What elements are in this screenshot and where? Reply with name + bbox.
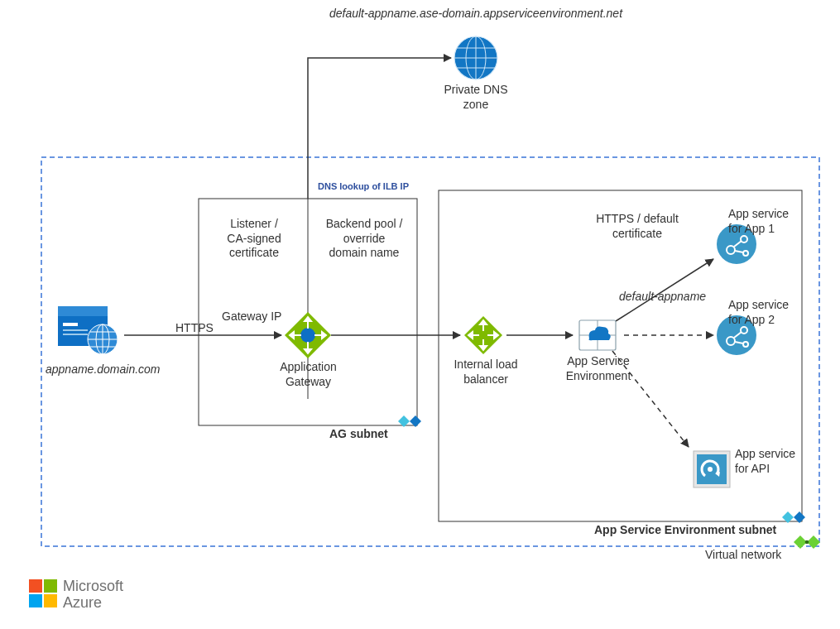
ilb-label: Internal load balancer [449, 358, 523, 387]
listener-label: Listener / CA-signed certificate [209, 217, 300, 261]
private-dns-label: Private DNS zone [439, 83, 513, 112]
ag-subnet-label: AG subnet [329, 427, 388, 442]
client-domain-label: appname.domain.com [46, 363, 161, 377]
api-icon [694, 451, 730, 487]
dns-icon [454, 36, 497, 79]
api-label: App service for API [735, 447, 809, 476]
dns-domain-label: default-appname.ase-domain.appserviceenv… [248, 7, 703, 22]
svg-rect-10 [58, 306, 108, 316]
svg-rect-51 [44, 594, 57, 607]
backend-pool-label: Backend pool / override domain name [314, 217, 414, 261]
default-appname-label: default-appname [619, 290, 706, 305]
svg-rect-11 [63, 323, 78, 326]
app-gateway-icon [285, 312, 331, 358]
architecture-diagram: default-appname.ase-domain.appserviceenv… [0, 0, 840, 629]
svg-rect-49 [44, 579, 57, 593]
ase-subnet-label: App Service Environment subnet [594, 523, 776, 538]
client-icon [58, 306, 118, 354]
arrow-dns [308, 58, 451, 199]
azure-brand: Azure [63, 593, 102, 612]
ase-icon [579, 320, 616, 350]
ase-label: App Service Environment [561, 354, 636, 383]
svg-rect-12 [63, 329, 88, 331]
gateway-ip-label: Gateway IP [222, 310, 281, 324]
https-label: HTTPS [175, 321, 214, 336]
app1-label: App service for App 1 [728, 207, 803, 236]
svg-point-1 [805, 540, 809, 545]
svg-point-47 [708, 467, 713, 472]
ilb-icon [464, 316, 502, 354]
dns-lookup-label: DNS lookup of ILB IP [318, 181, 409, 193]
svg-rect-13 [63, 334, 88, 335]
vnet-label: Virtual network [705, 548, 781, 563]
https-default-label: HTTPS / default certificate [588, 212, 687, 241]
svg-rect-48 [29, 579, 42, 593]
svg-point-21 [300, 328, 315, 343]
app2-label: App service for App 2 [728, 298, 803, 327]
app-gateway-label: Application Gateway [273, 360, 343, 389]
svg-rect-50 [29, 594, 42, 607]
ms-logo-icon [29, 579, 57, 607]
